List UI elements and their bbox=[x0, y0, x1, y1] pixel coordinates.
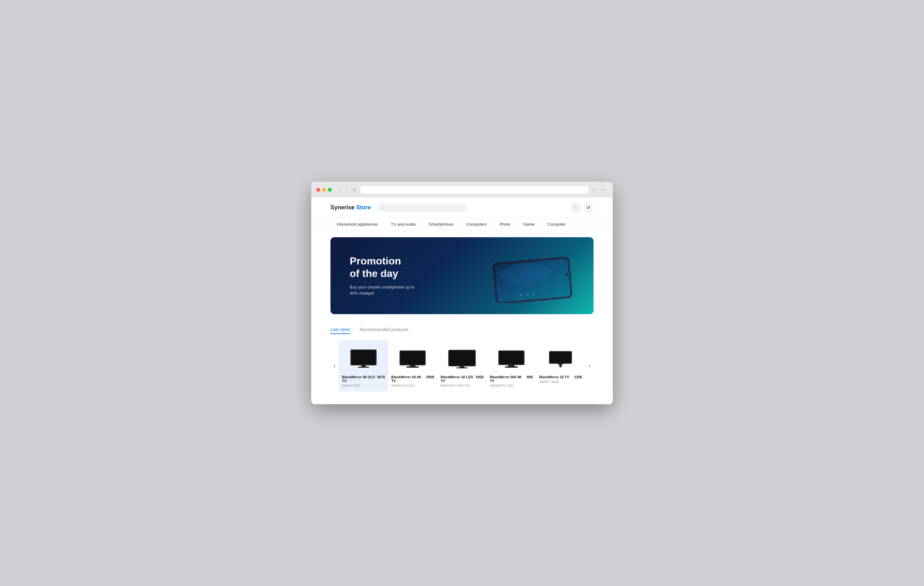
logo-text: Synerise bbox=[330, 204, 355, 211]
carousel-next-button[interactable]: › bbox=[585, 359, 594, 372]
forward-button[interactable]: › bbox=[345, 186, 349, 193]
hero-phone-image bbox=[485, 249, 574, 303]
hero-subtitle: Buy your chosen smartphone up to40% chea… bbox=[350, 284, 414, 296]
svg-rect-25 bbox=[558, 364, 563, 365]
minimize-button[interactable] bbox=[322, 188, 326, 192]
products-carousel: ‹ BlackMirror 48 bbox=[330, 341, 594, 392]
product-sku-1: WM457-99X bbox=[342, 384, 385, 388]
hero-text: Promotionof the day Buy your chosen smar… bbox=[350, 255, 414, 296]
nav-item-game[interactable]: Game bbox=[517, 218, 541, 230]
hero-title: Promotionof the day bbox=[350, 255, 414, 280]
tab-last-seen[interactable]: Last seen bbox=[330, 327, 350, 334]
search-bar[interactable]: ⌕ bbox=[377, 203, 467, 212]
nav-item-computer[interactable]: Computer bbox=[541, 218, 572, 230]
svg-rect-17 bbox=[460, 366, 464, 367]
close-button[interactable] bbox=[316, 188, 320, 192]
product-card-2[interactable]: BlackMirror 50 4K TV 590$ WM453-992334 bbox=[388, 341, 437, 392]
tab-recommended[interactable]: Recommended products bbox=[360, 327, 409, 334]
new-tab-button[interactable]: + bbox=[591, 186, 596, 193]
refresh-button[interactable]: ↻ bbox=[351, 186, 358, 193]
product-sku-4: WM4AFF57-99X bbox=[490, 384, 533, 388]
maximize-button[interactable] bbox=[328, 188, 332, 192]
svg-rect-10 bbox=[358, 367, 369, 368]
product-sku-3: WM4534F7-9HYY9X bbox=[441, 384, 483, 388]
svg-rect-21 bbox=[508, 365, 515, 366]
svg-point-26 bbox=[559, 365, 562, 367]
products-section: Last seen Recommended products ‹ bbox=[311, 321, 613, 404]
svg-rect-20 bbox=[500, 352, 523, 364]
product-card-5[interactable]: BlackMirror 32 TV 120$ WM457-9w8K bbox=[536, 341, 585, 392]
product-sku-2: WM453-992334 bbox=[391, 384, 434, 388]
svg-rect-24 bbox=[550, 352, 571, 362]
hero-banner: Promotionof the day Buy your chosen smar… bbox=[330, 237, 594, 314]
svg-rect-16 bbox=[449, 351, 475, 365]
browser-chrome: ‹ › ↻ http://synerisestore.com + ··· bbox=[311, 182, 613, 197]
svg-rect-22 bbox=[505, 366, 518, 368]
product-image-2 bbox=[391, 346, 434, 371]
product-card-4[interactable]: BlackMirror 560 4K TV 80$ WM4AFF57-99X bbox=[487, 341, 536, 392]
site-navigation: Household appliances TV and Audio Smartp… bbox=[311, 218, 613, 231]
svg-rect-12 bbox=[401, 352, 424, 364]
more-button[interactable]: ··· bbox=[571, 202, 581, 212]
address-bar[interactable]: http://synerisestore.com bbox=[360, 186, 588, 194]
nav-item-household[interactable]: Household appliances bbox=[330, 218, 384, 230]
traffic-lights bbox=[316, 188, 332, 192]
reload-button[interactable]: ↺ bbox=[583, 202, 594, 212]
svg-rect-14 bbox=[406, 366, 419, 368]
products-list: BlackMirror 48 OLD TV 367$ WM457-99X bbox=[339, 341, 585, 392]
header-actions: ··· ↺ bbox=[571, 202, 594, 212]
product-name-1: BlackMirror 48 OLD TV bbox=[342, 375, 377, 383]
product-price-3: 345$ bbox=[475, 375, 483, 379]
product-name-5: BlackMirror 32 TV bbox=[539, 375, 569, 379]
product-image-4 bbox=[490, 346, 533, 371]
product-price-1: 367$ bbox=[377, 375, 384, 379]
product-image-1 bbox=[342, 346, 385, 371]
product-name-2: BlackMirror 50 4K TV bbox=[391, 375, 426, 383]
back-button[interactable]: ‹ bbox=[338, 186, 342, 193]
product-image-5 bbox=[539, 346, 582, 371]
product-price-5: 120$ bbox=[574, 375, 582, 379]
svg-rect-18 bbox=[457, 367, 467, 368]
nav-item-computers[interactable]: Computers bbox=[460, 218, 493, 230]
logo-highlight: Store bbox=[356, 204, 371, 211]
svg-rect-13 bbox=[410, 365, 416, 366]
search-icon: ⌕ bbox=[382, 205, 384, 210]
nav-item-photo[interactable]: Photo bbox=[493, 218, 517, 230]
nav-item-smartphones[interactable]: Smartphones bbox=[422, 218, 460, 230]
website-content: Synerise Store ⌕ ··· ↺ Household applian… bbox=[311, 197, 613, 404]
product-name-3: BlackMirror 42 LED TV bbox=[441, 375, 475, 383]
product-price-4: 80$ bbox=[527, 375, 533, 379]
nav-item-tv-audio[interactable]: TV and Audio bbox=[384, 218, 422, 230]
browser-menu-button[interactable]: ··· bbox=[599, 186, 608, 194]
browser-window: ‹ › ↻ http://synerisestore.com + ··· Syn… bbox=[311, 182, 613, 404]
carousel-prev-button[interactable]: ‹ bbox=[330, 359, 339, 372]
svg-rect-8 bbox=[351, 351, 375, 364]
site-logo[interactable]: Synerise Store bbox=[330, 204, 371, 211]
product-image-3 bbox=[441, 346, 483, 371]
product-card-1[interactable]: BlackMirror 48 OLD TV 367$ WM457-99X bbox=[339, 341, 388, 392]
search-input[interactable] bbox=[387, 205, 463, 210]
site-header: Synerise Store ⌕ ··· ↺ bbox=[311, 197, 613, 218]
product-card-3[interactable]: BlackMirror 42 LED TV 345$ WM4534F7-9HYY… bbox=[437, 341, 487, 392]
product-price-2: 590$ bbox=[426, 375, 434, 379]
product-sku-5: WM457-9w8K bbox=[539, 380, 582, 384]
products-tabs: Last seen Recommended products bbox=[330, 327, 594, 334]
product-name-4: BlackMirror 560 4K TV bbox=[490, 375, 527, 383]
svg-rect-9 bbox=[361, 365, 366, 367]
